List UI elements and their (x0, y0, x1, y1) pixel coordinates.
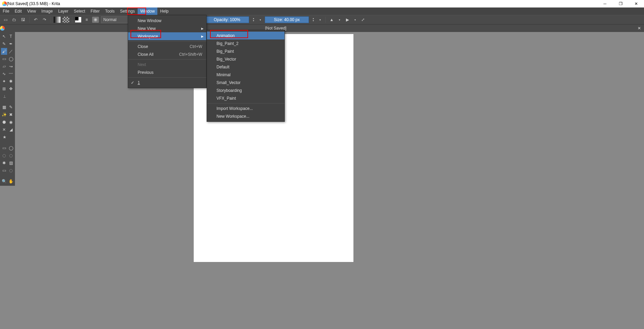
menu-close-all[interactable]: Close AllCtrl+Shift+W (128, 50, 206, 58)
menu-window[interactable]: Window (138, 7, 158, 15)
window-menu-dropdown: New Window New View▶ Workspace▶ CloseCtr… (128, 15, 207, 88)
assistant-tool-icon[interactable]: ✕ (1, 126, 7, 133)
workspace-import[interactable]: Import Workspace... (207, 104, 284, 112)
gradient-tool-icon[interactable]: ◉ (8, 119, 14, 126)
gradient-swatch-icon[interactable] (54, 17, 60, 23)
menu-previous[interactable]: Previous (128, 68, 206, 76)
fill-tool-icon[interactable]: ⬣ (1, 119, 7, 126)
zoom-tool-icon[interactable]: 🔍 (1, 178, 7, 185)
smart-fill-tool-icon[interactable]: ✖ (8, 111, 14, 118)
maximize-button[interactable]: ❐ (613, 0, 628, 7)
mirror-horizontal-icon[interactable]: ▲ (328, 16, 335, 23)
toolbox: ↖T ✎✒ 🖌／ ▭◯ ▱↝ ∿〰 ✦✱ ⊞✥ ⟂ ▦✎ ✨✖ ⬣◉ ✕◢ ★ … (0, 32, 15, 186)
polygon-tool-icon[interactable]: ▱ (1, 63, 7, 70)
ellipse-tool-icon[interactable]: ◯ (8, 55, 14, 62)
menu-help[interactable]: Help (157, 7, 171, 15)
size-dropdown-icon[interactable]: ▾ (318, 18, 323, 21)
eyedropper-tool-icon[interactable]: ✎ (8, 104, 14, 111)
submenu-arrow-icon: ▶ (201, 27, 204, 30)
workspace-vfx-paint[interactable]: VFX_Paint (207, 94, 284, 102)
crop-tool-icon[interactable]: ⟂ (1, 93, 8, 100)
check-icon: ✓ (131, 80, 134, 85)
new-file-icon[interactable]: ▭ (2, 16, 9, 23)
brush-preset-icon[interactable] (92, 17, 99, 23)
menu-tools[interactable]: Tools (102, 7, 117, 15)
minimize-button[interactable]: ─ (597, 0, 613, 7)
bezier-tool-icon[interactable]: ∿ (1, 70, 7, 77)
menu-close[interactable]: CloseCtrl+W (128, 43, 206, 50)
menu-settings[interactable]: Settings (117, 7, 137, 15)
freehand-path-tool-icon[interactable]: 〰 (8, 70, 14, 77)
open-file-icon[interactable]: 🗀 (11, 16, 18, 23)
workspace-storyboarding[interactable]: Storyboarding (207, 86, 284, 94)
mirror-vertical-icon[interactable]: ▶ (344, 16, 351, 23)
workspace-big-vector[interactable]: Big_Vector (207, 55, 284, 63)
toolbar: ▭ 🗀 🖫 ↶ ↷ ≡ Normal ▾ Opacity: 100% ▲▼ ▾ … (0, 15, 644, 24)
opacity-slider[interactable]: Opacity: 100% (205, 16, 249, 23)
opacity-stepper-icon[interactable]: ▲▼ (251, 17, 256, 22)
size-stepper-icon[interactable]: ▲▼ (311, 17, 316, 22)
ellipse-select-tool-icon[interactable]: ◯ (8, 145, 14, 151)
menu-view[interactable]: View (24, 7, 39, 15)
measure-tool-icon[interactable]: ◢ (8, 126, 14, 133)
polygon-select-tool-icon[interactable]: ◌ (8, 152, 14, 159)
menu-file[interactable]: File (0, 7, 12, 15)
reference-tool-icon[interactable]: ★ (1, 134, 8, 141)
edit-shape-tool-icon[interactable]: ✎ (1, 40, 7, 47)
pan-tool-icon[interactable]: ✋ (8, 178, 14, 185)
menu-document-1[interactable]: ✓1 (128, 79, 206, 86)
move-layer-tool-icon[interactable]: ✥ (8, 85, 14, 92)
workspace-big-paint-2[interactable]: Big_Paint_2 (207, 39, 284, 47)
similar-select-tool-icon[interactable]: ▨ (8, 160, 14, 166)
polyline-tool-icon[interactable]: ↝ (8, 63, 14, 70)
color-sampler-tool-icon[interactable]: ▦ (1, 104, 7, 111)
menu-new-view[interactable]: New View▶ (128, 24, 206, 32)
magnetic-select-tool-icon[interactable]: ◌ (8, 167, 14, 174)
pattern-swatch-icon[interactable] (63, 17, 69, 23)
mirror-h-dropdown-icon[interactable]: ▾ (337, 18, 342, 21)
brush-size-slider[interactable]: Size: 40.00 px (265, 16, 309, 23)
titlebar: [Not Saved] (33.5 MiB) - Krita ─ ❐ ✕ (0, 0, 644, 7)
freehand-select-tool-icon[interactable]: ◌ (1, 152, 7, 159)
menu-new-window[interactable]: New Window (128, 17, 206, 24)
bezier-select-tool-icon[interactable]: ▭ (1, 167, 7, 174)
menu-select[interactable]: Select (71, 7, 88, 15)
menu-layer[interactable]: Layer (55, 7, 71, 15)
submenu-arrow-icon: ▶ (201, 35, 204, 38)
text-tool-icon[interactable]: T (8, 33, 14, 40)
contiguous-select-tool-icon[interactable]: ✱ (1, 160, 7, 166)
menu-filter[interactable]: Filter (88, 7, 103, 15)
close-window-button[interactable]: ✕ (628, 0, 644, 7)
save-file-icon[interactable]: 🖫 (20, 16, 27, 23)
list-icon[interactable]: ≡ (83, 16, 90, 23)
dyna-tool-icon[interactable]: ✦ (1, 78, 7, 85)
calligraphy-tool-icon[interactable]: ✒ (8, 40, 14, 47)
shortcut-label: Ctrl+W (190, 44, 202, 49)
rect-select-tool-icon[interactable]: ▭ (1, 145, 7, 151)
fg-bg-swatch-icon[interactable] (75, 17, 81, 22)
workspace-minimal[interactable]: Minimal (207, 71, 284, 79)
freehand-brush-tool-icon[interactable]: 🖌 (1, 48, 7, 55)
menu-workspace[interactable]: Workspace▶ (128, 32, 206, 40)
workspace-animation[interactable]: Animation (207, 32, 284, 39)
smart-patch-tool-icon[interactable]: ✨ (1, 111, 7, 118)
menu-image[interactable]: Image (39, 7, 55, 15)
move-tool-icon[interactable]: ↖ (1, 33, 7, 40)
workspace-new[interactable]: New Workspace... (207, 112, 284, 120)
workspace-default[interactable]: Default (207, 63, 284, 71)
redo-icon[interactable]: ↷ (41, 16, 48, 23)
multibrush-tool-icon[interactable]: ✱ (8, 78, 14, 85)
menu-edit[interactable]: Edit (12, 7, 24, 15)
workspace-big-paint[interactable]: Big_Paint (207, 47, 284, 55)
menubar: File Edit View Image Layer Select Filter… (0, 7, 644, 15)
menu-next: Next (128, 61, 206, 68)
opacity-dropdown-icon[interactable]: ▾ (258, 18, 263, 21)
wrap-around-icon[interactable]: ⤢ (360, 16, 366, 23)
close-document-icon[interactable]: ✕ (636, 24, 643, 32)
rectangle-tool-icon[interactable]: ▭ (1, 55, 7, 62)
mirror-v-dropdown-icon[interactable]: ▾ (353, 18, 358, 21)
transform-tool-icon[interactable]: ⊞ (1, 85, 7, 92)
workspace-small-vector[interactable]: Small_Vector (207, 79, 284, 86)
undo-icon[interactable]: ↶ (32, 16, 39, 23)
line-tool-icon[interactable]: ／ (8, 48, 14, 55)
